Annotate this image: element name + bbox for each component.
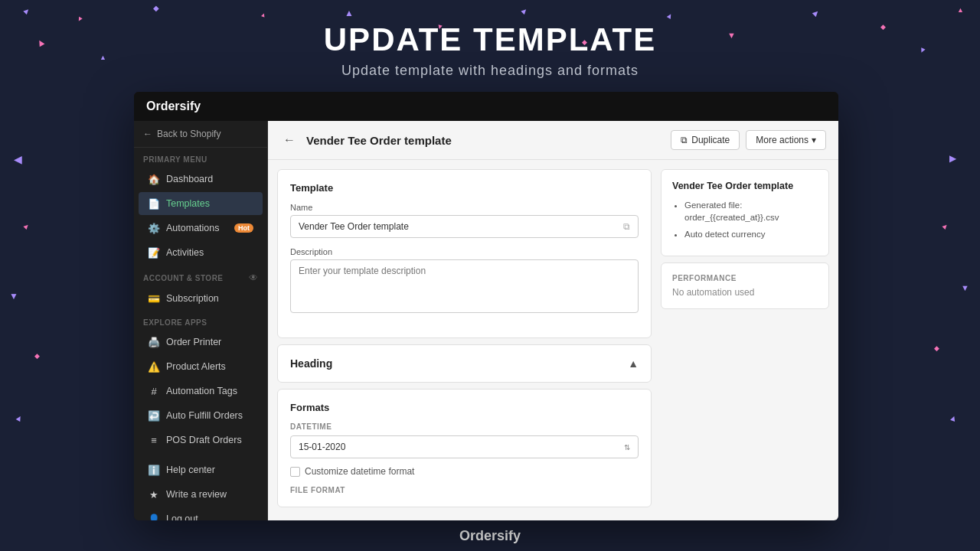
content-header-left: ← Vender Tee Order template bbox=[280, 131, 452, 149]
sidebar-item-label: POS Draft Orders bbox=[166, 435, 242, 445]
subscription-icon: 💳 bbox=[148, 292, 160, 305]
star-icon: ★ bbox=[148, 488, 160, 500]
content-right: Vender Tee Order template Generated file… bbox=[661, 169, 829, 511]
sidebar-item-auto-fulfill[interactable]: ↩️ Auto Fulfill Orders bbox=[139, 404, 263, 427]
file-format-label: FILE FORMAT bbox=[290, 486, 639, 494]
account-store-section: ACCOUNT & STORE 👁 bbox=[134, 265, 267, 286]
name-field: Name Vender Tee Order template ⧉ bbox=[290, 203, 639, 238]
sidebar-item-activities[interactable]: 📝 Activities bbox=[139, 241, 263, 264]
info-card-title: Vender Tee Order template bbox=[672, 181, 818, 191]
sidebar-item-templates[interactable]: 📄 Templates bbox=[139, 192, 263, 215]
sidebar-item-order-printer[interactable]: 🖨️ Order Printer bbox=[139, 331, 263, 354]
app-logo: Ordersify bbox=[146, 99, 201, 113]
automations-icon: ⚙️ bbox=[148, 222, 160, 234]
datetime-select[interactable]: 15-01-2020 ⇅ bbox=[290, 435, 639, 458]
help-icon: ℹ️ bbox=[148, 464, 160, 476]
account-store-label: ACCOUNT & STORE bbox=[143, 274, 224, 282]
sidebar: ← Back to Shopify PRIMARY MENU 🏠 Dashboa… bbox=[134, 121, 268, 520]
duplicate-label: Duplicate bbox=[691, 135, 730, 145]
sidebar-item-label: Subscription bbox=[166, 293, 219, 304]
order-printer-icon: 🖨️ bbox=[148, 336, 160, 348]
content-body: Template Name Vender Tee Order template … bbox=[268, 160, 838, 520]
app-body: ← Back to Shopify PRIMARY MENU 🏠 Dashboa… bbox=[134, 121, 838, 520]
name-input-value: Vender Tee Order template bbox=[299, 221, 409, 232]
heading-label: Heading bbox=[290, 357, 332, 370]
hero-banner: UPDATE TEMPLATE Update template with hea… bbox=[0, 0, 980, 99]
sidebar-item-label: Order Printer bbox=[166, 337, 221, 347]
more-actions-label: More actions bbox=[756, 135, 808, 145]
description-label: Description bbox=[290, 247, 639, 256]
info-list-item: Generated file: order_{{created_at}}.csv bbox=[684, 199, 818, 223]
sidebar-item-label: Automation Tags bbox=[166, 386, 237, 396]
content-header-right: ⧉ Duplicate More actions ▾ bbox=[671, 130, 826, 150]
eye-icon[interactable]: 👁 bbox=[249, 272, 258, 283]
footer: Ordersify bbox=[0, 520, 980, 551]
datetime-label: DATETIME bbox=[290, 422, 639, 431]
name-label: Name bbox=[290, 203, 639, 212]
templates-icon: 📄 bbox=[148, 197, 160, 210]
hero-subtitle: Update template with headings and format… bbox=[341, 63, 639, 79]
sidebar-item-subscription[interactable]: 💳 Subscription bbox=[139, 287, 263, 310]
customize-datetime-row: Customize datetime format bbox=[290, 466, 639, 477]
sidebar-item-write-review[interactable]: ★ Write a review bbox=[139, 483, 263, 506]
main-content: ← Vender Tee Order template ⧉ Duplicate … bbox=[268, 121, 838, 520]
auto-fulfill-icon: ↩️ bbox=[148, 409, 160, 422]
automations-badge: Hot bbox=[234, 223, 253, 233]
sidebar-item-label: Log out bbox=[166, 514, 198, 520]
content-left: Template Name Vender Tee Order template … bbox=[277, 169, 652, 511]
select-arrows-icon: ⇅ bbox=[624, 443, 630, 452]
automation-tags-icon: # bbox=[148, 385, 160, 397]
sidebar-item-help-center[interactable]: ℹ️ Help center bbox=[139, 458, 263, 481]
template-card-title: Template bbox=[290, 182, 639, 194]
sidebar-item-automation-tags[interactable]: # Automation Tags bbox=[139, 380, 263, 403]
sidebar-item-label: Help center bbox=[166, 465, 215, 475]
sidebar-item-dashboard[interactable]: 🏠 Dashboard bbox=[139, 168, 263, 191]
formats-card: Formats DATETIME 15-01-2020 ⇅ Customize … bbox=[277, 389, 652, 507]
content-back-arrow[interactable]: ← bbox=[280, 131, 299, 149]
heading-section[interactable]: Heading ▲ bbox=[277, 344, 652, 383]
pos-draft-icon: ≡ bbox=[148, 434, 160, 446]
info-list: Generated file: order_{{created_at}}.csv… bbox=[672, 199, 818, 240]
datetime-value: 15-01-2020 bbox=[299, 442, 345, 452]
duplicate-icon: ⧉ bbox=[681, 135, 688, 145]
sidebar-item-automations[interactable]: ⚙️ Automations Hot bbox=[139, 217, 263, 240]
dashboard-icon: 🏠 bbox=[148, 173, 160, 185]
formats-title: Formats bbox=[290, 402, 639, 413]
sidebar-item-label: Product Alerts bbox=[166, 361, 226, 372]
logout-icon: 👤 bbox=[148, 513, 160, 520]
performance-value: No automation used bbox=[672, 287, 818, 298]
sidebar-item-label: Activities bbox=[166, 247, 204, 258]
chevron-up-icon: ▲ bbox=[628, 357, 639, 370]
description-textarea[interactable] bbox=[290, 259, 639, 313]
page-title: Vender Tee Order template bbox=[306, 134, 452, 147]
customize-datetime-label: Customize datetime format bbox=[305, 466, 414, 477]
sidebar-item-log-out[interactable]: 👤 Log out bbox=[139, 507, 263, 520]
performance-label: PERFORMANCE bbox=[672, 274, 818, 282]
explore-apps-label: EXPLORE APPS bbox=[134, 311, 267, 330]
footer-brand: Ordersify bbox=[459, 528, 521, 544]
app-header: Ordersify bbox=[134, 92, 838, 121]
sidebar-item-label: Dashboard bbox=[166, 174, 213, 184]
content-header: ← Vender Tee Order template ⧉ Duplicate … bbox=[268, 121, 838, 160]
primary-menu-label: PRIMARY MENU bbox=[134, 148, 267, 167]
duplicate-button[interactable]: ⧉ Duplicate bbox=[671, 130, 740, 150]
sidebar-item-pos-draft[interactable]: ≡ POS Draft Orders bbox=[139, 429, 263, 452]
customize-datetime-checkbox[interactable] bbox=[290, 467, 300, 477]
name-input[interactable]: Vender Tee Order template ⧉ bbox=[290, 215, 639, 238]
more-actions-button[interactable]: More actions ▾ bbox=[746, 130, 826, 150]
info-card: Vender Tee Order template Generated file… bbox=[661, 169, 829, 256]
sidebar-item-product-alerts[interactable]: ⚠️ Product Alerts bbox=[139, 355, 263, 378]
sidebar-item-label: Auto Fulfill Orders bbox=[166, 410, 243, 421]
performance-card: PERFORMANCE No automation used bbox=[661, 262, 829, 309]
info-list-item: Auto detect currency bbox=[684, 228, 818, 240]
product-alerts-icon: ⚠️ bbox=[148, 360, 160, 373]
sidebar-item-label: Write a review bbox=[166, 489, 227, 500]
template-card: Template Name Vender Tee Order template … bbox=[277, 169, 652, 338]
sidebar-item-label: Templates bbox=[166, 198, 210, 209]
activities-icon: 📝 bbox=[148, 246, 160, 259]
copy-icon[interactable]: ⧉ bbox=[623, 221, 630, 232]
back-arrow-icon: ← bbox=[143, 129, 152, 139]
hero-title: UPDATE TEMPLATE bbox=[324, 21, 656, 58]
app-window: Ordersify ← Back to Shopify PRIMARY MENU… bbox=[134, 92, 838, 520]
back-to-shopify[interactable]: ← Back to Shopify bbox=[134, 121, 267, 148]
